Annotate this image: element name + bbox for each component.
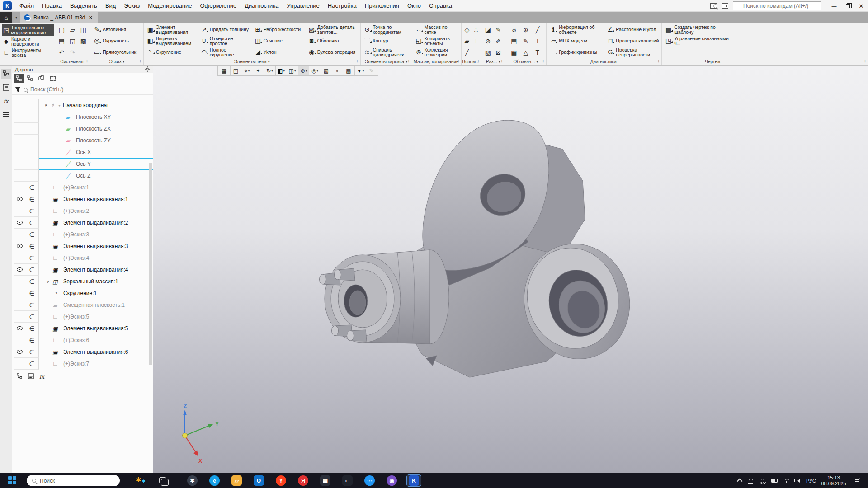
tree-item[interactable]: ∈ ∟ (+)Эскиз:3 [12,229,153,240]
tree-footer-fx-icon[interactable]: fx [39,374,44,380]
tool-icon[interactable]: ╱ [532,24,543,35]
tool-icon[interactable]: ▧ [483,47,493,58]
ribbon-button[interactable]: ✎Автолиния [90,27,141,32]
ribbon-button[interactable]: ∠Расстояние и угол [604,27,660,32]
tool-icon[interactable]: ⊥ [532,35,543,47]
ribbon-button[interactable]: ∪Отверстие простое [198,36,251,46]
tree-footer-tree-icon[interactable] [17,373,23,381]
tree-item[interactable]: ∈ ∟ (+)Эскиз:6 [12,334,153,346]
tree-item-label[interactable]: Смещенная плоскость:1 [63,302,125,308]
ribbon-button[interactable]: ◎Окружность [90,38,141,43]
workspace-mode-item[interactable]: ◳ Твердотельное моделирование [2,24,54,36]
tree-item[interactable]: ╱ Ось Y [12,158,153,170]
panel-menu-icon[interactable] [1,110,11,119]
tool-icon[interactable]: ✎ [493,24,504,35]
system-tool-icon[interactable]: ▱ [67,24,78,35]
workspace-mode-item[interactable]: ∟ Инструменты эскиза [2,47,54,58]
tree-item-label[interactable]: (+)Эскиз:2 [63,208,89,214]
menu-item[interactable]: Справка [425,0,456,12]
menu-item[interactable]: Диагностика [241,0,283,12]
tray-chevron-icon[interactable] [735,473,745,488]
taskbar-app-icon[interactable]: O [252,475,266,486]
tree-item-label[interactable]: (+)Эскиз:7 [63,361,89,367]
task-view-icon[interactable] [159,477,166,483]
viewport-tool-icon[interactable]: ◎▾ [309,66,321,75]
visibility-eye-icon[interactable] [14,193,26,205]
workspace-mode-item[interactable]: ◆ Каркас и поверхности [2,36,54,47]
bell-icon[interactable] [746,473,756,488]
tree-item[interactable]: ∈ ∟ (+)Эскиз:2 [12,205,153,217]
tool-icon[interactable]: T [532,47,543,58]
tool-icon[interactable]: △ [520,47,532,58]
microphone-icon[interactable] [757,473,768,488]
taskbar-search[interactable]: Поиск [27,475,120,486]
ribbon-button[interactable]: ◧Вырезать выдавливанием [144,36,198,46]
tree-item[interactable]: ▾ ⌖ ● Начало координат [12,99,153,111]
system-tool-icon[interactable]: ◫ [78,24,89,35]
tree-item[interactable]: ╱ Ось X [12,146,153,158]
tree-item-label[interactable]: (+)Эскиз:3 [63,231,89,238]
tree-item-label[interactable]: Элемент выдавливания:1 [63,196,128,202]
tree-item-label[interactable]: Скругление:1 [63,290,97,296]
home-button[interactable] [0,12,12,23]
visibility-eye-icon[interactable] [14,240,26,252]
ribbon-button[interactable]: ≋Спираль цилиндрическ... [361,47,410,57]
tree-item[interactable]: ∈ ▣ Элемент выдавливания:4 [12,264,153,276]
menu-item[interactable]: Вид [101,0,120,12]
tree-item-label[interactable]: Начало координат [63,102,109,108]
viewport-tool-icon[interactable]: ◫▾ [287,66,298,75]
ribbon-button[interactable]: ▤Создать чертеж по шаблону [662,25,730,34]
tool-icon[interactable]: ✎ [520,35,532,47]
tool-icon[interactable]: ▤ [508,35,520,47]
tool-icon[interactable]: ⊥ [472,35,481,47]
menu-item[interactable]: Настройка [324,0,361,12]
ribbon-group-label[interactable]: Элементы каркаса▾ [361,58,412,65]
menu-item[interactable]: Моделирование [144,0,196,12]
ribbon-button[interactable]: ◝Скругление [144,50,198,55]
minimize-button[interactable] [827,0,841,12]
tree-scrollbar[interactable] [149,163,152,365]
tool-icon[interactable]: ⊘ [483,35,493,47]
taskbar-app-icon[interactable]: ✱ [185,475,199,486]
viewport-tool-icon[interactable]: ▼▾ [354,66,366,75]
taskbar-app-icon[interactable]: ▱ [230,475,244,486]
close-button[interactable] [854,0,868,12]
ribbon-button[interactable]: ◱Копировать объекты [412,36,460,46]
ribbon-button[interactable]: ∷Массив по сетке [412,25,460,34]
tree-item-label[interactable]: Плоскость ZX [76,126,111,132]
expander-icon[interactable]: ▾ [42,103,49,108]
tree-search-input[interactable] [30,86,130,93]
menu-item[interactable]: Правка [38,0,66,12]
taskbar-app-icon[interactable]: Y [274,475,288,486]
tree-item-label[interactable]: Ось X [76,149,91,155]
restore-button[interactable] [841,0,854,12]
system-tool-icon[interactable]: ↶ [56,47,67,58]
tree-item[interactable]: ∈ ▰ Смещенная плоскость:1 [12,299,153,311]
taskbar-app-icon[interactable]: ⋯ [363,475,377,486]
tree-item[interactable]: ∈ ▣ Элемент выдавливания:6 [12,346,153,358]
menu-item[interactable]: Эскиз [120,0,144,12]
taskbar-app-icon[interactable]: ◉ [385,475,399,486]
tree-item-label[interactable]: Элемент выдавливания:4 [63,267,128,273]
menu-item[interactable]: Оформление [196,0,241,12]
tree-item[interactable]: ∈ ▣ Элемент выдавливания:2 [12,217,153,229]
3d-viewport[interactable]: ▦ ◳ ⌖▾ + ↻▾ [153,66,868,473]
viewport-tool-icon[interactable]: ↻▾ [264,66,275,75]
menu-item[interactable]: Выделить [66,0,101,12]
tree-item[interactable]: ∈ ▸ ◫ Зеркальный массив:1 [12,276,153,287]
tool-icon[interactable]: ⊠ [493,47,504,58]
volume-icon[interactable] [792,473,803,488]
start-button[interactable] [8,476,16,484]
tool-icon[interactable]: ✐ [493,35,504,47]
tool-icon[interactable]: ◪ [483,24,493,35]
ribbon-button[interactable]: ⌒Контур [361,38,410,43]
ribbon-group-label[interactable]: Вспом... [462,58,481,65]
viewport-tool-icon[interactable]: ▩ [343,66,354,75]
parameters-panel-icon[interactable] [1,83,11,92]
tree-item[interactable]: ∈ ∟ (+)Эскиз:1 [12,182,153,193]
tree-item[interactable]: ∈ ◝ Скругление:1 [12,287,153,299]
copilot-sparkle-icon[interactable] [133,475,151,486]
ribbon-button[interactable]: ▱МЦХ модели [547,38,604,43]
ribbon-button[interactable]: GПроверка непрерывности [604,47,660,57]
menu-item[interactable]: Управление [283,0,324,12]
